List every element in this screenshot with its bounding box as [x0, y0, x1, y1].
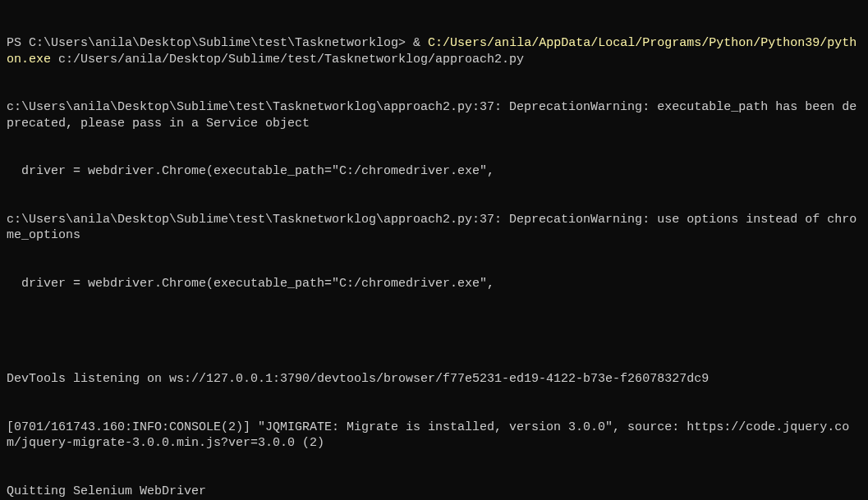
output-line: driver = webdriver.Chrome(executable_pat…	[7, 163, 861, 180]
output-line: [0701/161743.160:INFO:CONSOLE(2)] "JQMIG…	[7, 420, 861, 452]
command-line: PS C:\Users\anila\Desktop\Sublime\test\T…	[7, 35, 861, 67]
prompt-prefix: PS C:\Users\anila\Desktop\Sublime\test\T…	[7, 36, 413, 50]
ampersand: &	[413, 36, 428, 50]
output-line: c:\Users\anila\Desktop\Sublime\test\Task…	[7, 212, 861, 244]
output-blank-line	[7, 323, 861, 339]
script-path: c:/Users/anila/Desktop/Sublime/test/Task…	[51, 53, 524, 67]
output-line: c:\Users\anila\Desktop\Sublime\test\Task…	[7, 99, 861, 131]
output-line: Quitting Selenium WebDriver	[7, 484, 861, 500]
output-line: DevTools listening on ws://127.0.0.1:379…	[7, 371, 861, 388]
output-line: driver = webdriver.Chrome(executable_pat…	[7, 276, 861, 292]
terminal-output[interactable]: PS C:\Users\anila\Desktop\Sublime\test\T…	[7, 3, 861, 500]
